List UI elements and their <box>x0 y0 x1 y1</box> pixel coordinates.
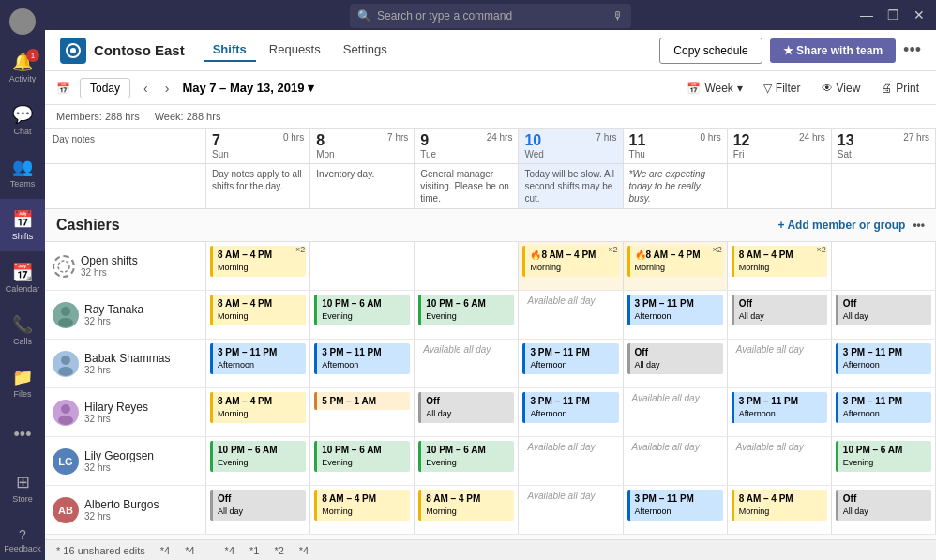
hilary-shift-5[interactable]: 3 PM – 11 PMAfternoon <box>728 388 832 436</box>
lily-shift-0[interactable]: 10 PM – 6 AMEvening <box>206 437 310 485</box>
shift-block[interactable]: 🔥8 AM – 4 PM Morning <box>522 246 618 277</box>
babak-shift-0[interactable]: 3 PM – 11 PMAfternoon <box>206 340 310 387</box>
sidebar-nav: 🔔 Activity 1 💬 Chat 👥 Teams 📅 Shifts 📆 C… <box>0 0 45 462</box>
babak-shift-6[interactable]: 3 PM – 11 PMAfternoon <box>832 340 936 387</box>
shift-block[interactable]: 8 AM – 4 PM Morning <box>732 246 827 277</box>
nav-tab-shifts[interactable]: Shifts <box>204 38 256 62</box>
open-shift-2[interactable] <box>415 242 519 290</box>
open-shift-0[interactable]: 8 AM – 4 PM Morning ×2 <box>206 242 310 290</box>
hilary-shift-0[interactable]: 8 AM – 4 PMMorning <box>206 388 310 436</box>
open-shift-5[interactable]: 8 AM – 4 PM Morning ×2 <box>728 242 832 290</box>
open-shift-3[interactable]: 🔥8 AM – 4 PM Morning ×2 <box>519 242 623 290</box>
alberto-shift-3[interactable]: Available all day <box>519 486 623 534</box>
babak-shift-5[interactable]: Available all day <box>728 340 832 387</box>
alberto-shift-5[interactable]: 8 AM – 4 PMMorning <box>728 486 832 534</box>
today-button[interactable]: Today <box>80 78 130 98</box>
add-member-cashiers-button[interactable]: + Add member or group <box>777 219 905 232</box>
day-header-2: 9 Tue 24 hrs <box>415 129 519 163</box>
hilary-reyes-avatar <box>53 400 79 426</box>
open-shifts-icon <box>53 255 75 278</box>
lily-shift-5[interactable]: Available all day <box>728 437 832 485</box>
ray-shift-2[interactable]: 10 PM – 6 AMEvening <box>415 291 519 339</box>
sidebar-item-store[interactable]: ⊞ Store <box>0 462 45 514</box>
svg-point-4 <box>58 318 73 327</box>
sidebar-item-files[interactable]: 📁 Files <box>0 356 45 409</box>
open-shift-1[interactable] <box>310 242 415 290</box>
maximize-button[interactable]: ❐ <box>883 8 902 23</box>
ray-shift-0[interactable]: 8 AM – 4 PMMorning <box>206 291 310 339</box>
sidebar-item-label: Calendar <box>6 284 40 294</box>
date-range-label[interactable]: May 7 – May 13, 2019 ▾ <box>182 81 314 95</box>
calendar-toolbar: 📅 Today ‹ › May 7 – May 13, 2019 ▾ 📅 Wee… <box>45 71 936 105</box>
hilary-reyes-label: Hilary Reyes 32 hrs <box>45 388 206 436</box>
sidebar-item-teams[interactable]: 👥 Teams <box>0 146 45 199</box>
lily-shift-4[interactable]: Available all day <box>624 437 728 485</box>
hilary-shift-2[interactable]: OffAll day <box>415 388 519 436</box>
search-input[interactable] <box>377 9 612 23</box>
close-button[interactable]: ✕ <box>910 8 928 23</box>
titlebar: 🔍 🎙 — ❐ ✕ <box>45 0 936 30</box>
ray-shift-5[interactable]: OffAll day <box>728 291 832 339</box>
week-view-button[interactable]: 📅 Week ▾ <box>681 79 747 98</box>
ray-shift-3[interactable]: Available all day <box>519 291 623 339</box>
open-shift-6[interactable] <box>832 242 936 290</box>
prev-week-button[interactable]: ‹ <box>140 79 152 98</box>
day-header-1: 8 Mon 7 hrs <box>310 129 415 163</box>
sidebar-item-calendar[interactable]: 📆 Calendar <box>0 251 45 304</box>
alberto-burgos-label: AB Alberto Burgos 32 hrs <box>45 486 206 534</box>
alberto-shift-6[interactable]: OffAll day <box>832 486 936 534</box>
minimize-button[interactable]: — <box>857 8 876 23</box>
sidebar-item-shifts[interactable]: 📅 Shifts <box>0 199 45 251</box>
ray-shift-6[interactable]: OffAll day <box>832 291 936 339</box>
lily-shift-1[interactable]: 10 PM – 6 AMEvening <box>310 437 415 485</box>
ray-shift-1[interactable]: 10 PM – 6 AMEvening <box>310 291 415 339</box>
sidebar-item-calls[interactable]: 📞 Calls <box>0 304 45 356</box>
babak-shift-3[interactable]: 3 PM – 11 PMAfternoon <box>519 340 623 387</box>
hilary-shift-4[interactable]: Available all day <box>624 388 728 436</box>
calendar-small-icon: 📅 <box>687 82 701 95</box>
shift-badge: ×2 <box>712 245 721 254</box>
filter-button[interactable]: ▽ Filter <box>758 79 807 98</box>
label-spacer: Day notes <box>45 129 206 163</box>
chevron-down-icon: ▾ <box>308 81 314 95</box>
share-team-button[interactable]: ★ Share with team <box>770 38 896 63</box>
status-count-4: *1 <box>249 545 259 556</box>
copy-schedule-button[interactable]: Copy schedule <box>659 38 762 64</box>
nav-tab-settings[interactable]: Settings <box>334 38 397 62</box>
hilary-shift-6[interactable]: 3 PM – 11 PMAfternoon <box>832 388 936 436</box>
lily-shift-6[interactable]: 10 PM – 6 AMEvening <box>832 437 936 485</box>
sidebar-item-more[interactable]: ••• <box>0 409 45 462</box>
view-button[interactable]: 👁 View <box>816 79 867 98</box>
alberto-shift-4[interactable]: 3 PM – 11 PMAfternoon <box>624 486 728 534</box>
sidebar-item-chat[interactable]: 💬 Chat <box>0 94 45 146</box>
shift-badge: ×2 <box>817 245 826 254</box>
shift-block[interactable]: 8 AM – 4 PM Morning <box>210 246 306 277</box>
shift-block[interactable]: 🔥8 AM – 4 PM Morning <box>627 246 723 277</box>
open-shift-4[interactable]: 🔥8 AM – 4 PM Morning ×2 <box>624 242 728 290</box>
babak-shift-2[interactable]: Available all day <box>415 340 519 387</box>
cashiers-more-button[interactable]: ••• <box>913 219 925 232</box>
sidebar-item-avatar[interactable] <box>0 4 45 41</box>
alberto-shift-0[interactable]: OffAll day <box>206 486 310 534</box>
babak-shift-4[interactable]: OffAll day <box>624 340 728 387</box>
sidebar-item-activity[interactable]: 🔔 Activity 1 <box>0 41 45 94</box>
svg-point-8 <box>58 416 73 425</box>
header-more-button[interactable]: ••• <box>903 40 921 60</box>
sidebar-item-label: Feedback <box>4 544 41 553</box>
app-name: Contoso East <box>94 42 185 58</box>
calendar-icon: 📆 <box>12 262 33 282</box>
babak-shift-1[interactable]: 3 PM – 11 PMAfternoon <box>310 340 415 387</box>
alberto-shift-2[interactable]: 8 AM – 4 PMMorning <box>415 486 519 534</box>
lily-shift-2[interactable]: 10 PM – 6 AMEvening <box>415 437 519 485</box>
print-button[interactable]: 🖨 Print <box>875 79 925 98</box>
hilary-shift-1[interactable]: 5 PM – 1 AM <box>310 388 415 436</box>
alberto-shift-1[interactable]: 8 AM – 4 PMMorning <box>310 486 415 534</box>
sidebar-item-feedback[interactable]: ? Feedback <box>0 514 45 560</box>
next-week-button[interactable]: › <box>161 79 174 98</box>
sidebar-item-label: Shifts <box>12 232 34 241</box>
nav-tab-requests[interactable]: Requests <box>260 38 330 62</box>
searchbar[interactable]: 🔍 🎙 <box>350 4 631 28</box>
ray-shift-4[interactable]: 3 PM – 11 PMAfternoon <box>624 291 728 339</box>
lily-shift-3[interactable]: Available all day <box>519 437 623 485</box>
hilary-shift-3[interactable]: 3 PM – 11 PMAfternoon <box>519 388 623 436</box>
